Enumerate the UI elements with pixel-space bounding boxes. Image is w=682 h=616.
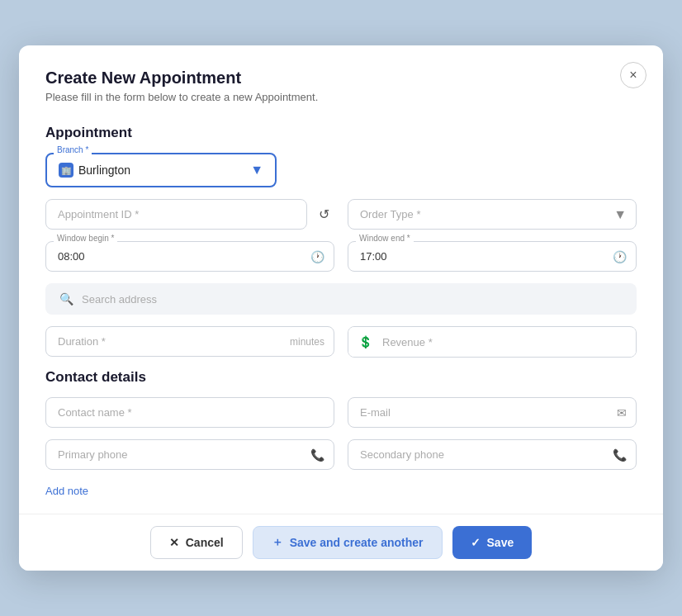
close-button[interactable]: × xyxy=(620,62,646,88)
appointment-id-row: ↺ xyxy=(45,199,334,230)
email-wrapper: ✉ xyxy=(348,397,637,428)
window-begin-input[interactable] xyxy=(45,241,334,272)
revenue-group: 💲 xyxy=(348,326,637,358)
primary-phone-input[interactable] xyxy=(45,439,334,470)
modal-title: Create New Appointment xyxy=(45,69,637,88)
branch-value: Burlington xyxy=(78,163,245,177)
contact-name-email-row: ✉ xyxy=(45,397,637,428)
window-begin-label: Window begin * xyxy=(54,234,117,243)
branch-label: Branch * xyxy=(54,145,92,154)
save-label: Save xyxy=(487,536,514,549)
modal-header: Create New Appointment Please fill in th… xyxy=(19,45,663,110)
search-icon: 🔍 xyxy=(59,292,73,306)
phone-row: 📞 📞 xyxy=(45,439,637,470)
contact-name-group xyxy=(45,397,334,428)
window-end-wrapper: Window end * 🕐 xyxy=(348,241,637,272)
appointment-id-group: ↺ xyxy=(45,199,334,230)
contact-name-wrapper xyxy=(45,397,334,428)
branch-icon: 🏢 xyxy=(59,163,73,178)
id-ordertype-row: ↺ ▼ xyxy=(45,199,637,230)
order-type-input[interactable] xyxy=(348,199,637,230)
appointment-id-input[interactable] xyxy=(45,199,307,230)
primary-phone-wrapper: 📞 xyxy=(45,439,334,470)
duration-revenue-row: minutes 💲 xyxy=(45,326,637,358)
branch-wrapper: Branch * 🏢 Burlington ▼ xyxy=(45,153,277,187)
appointment-section-title: Appointment xyxy=(45,125,637,141)
window-row: Window begin * 🕐 Window end * 🕐 xyxy=(45,241,637,272)
branch-group: Branch * 🏢 Burlington ▼ xyxy=(45,153,277,187)
revenue-input[interactable] xyxy=(382,328,636,357)
duration-group: minutes xyxy=(45,326,334,358)
window-begin-group: Window begin * 🕐 xyxy=(45,241,334,272)
cancel-label: Cancel xyxy=(186,536,224,549)
cancel-button[interactable]: ✕ Cancel xyxy=(150,526,243,559)
revenue-wrapper: 💲 xyxy=(348,326,637,358)
branch-chevron-icon: ▼ xyxy=(250,163,263,178)
modal-footer: ✕ Cancel ＋ Save and create another ✓ Sav… xyxy=(19,514,663,571)
contact-section-title: Contact details xyxy=(45,369,637,386)
save-and-create-another-button[interactable]: ＋ Save and create another xyxy=(253,526,443,559)
refresh-button[interactable]: ↺ xyxy=(314,201,334,227)
modal-subtitle: Please fill in the form below to create … xyxy=(45,91,637,103)
duration-wrapper: minutes xyxy=(45,326,334,357)
branch-select[interactable]: 🏢 Burlington ▼ xyxy=(45,153,277,187)
window-end-group: Window end * 🕐 xyxy=(348,241,637,272)
email-input[interactable] xyxy=(348,397,637,428)
contact-section: Contact details ✉ xyxy=(45,369,637,500)
contact-name-input[interactable] xyxy=(45,397,334,428)
primary-phone-group: 📞 xyxy=(45,439,334,470)
secondary-phone-wrapper: 📞 xyxy=(348,439,637,470)
plus-icon: ＋ xyxy=(272,535,283,550)
window-end-input[interactable] xyxy=(348,241,637,272)
save-button[interactable]: ✓ Save xyxy=(452,526,533,559)
search-address-wrapper: 🔍 xyxy=(45,283,637,315)
order-type-wrapper: ▼ xyxy=(348,199,637,230)
secondary-phone-input[interactable] xyxy=(348,439,637,470)
check-icon: ✓ xyxy=(471,536,481,549)
cancel-icon: ✕ xyxy=(169,536,179,549)
create-appointment-modal: × Create New Appointment Please fill in … xyxy=(19,45,663,571)
secondary-phone-group: 📞 xyxy=(348,439,637,470)
window-begin-wrapper: Window begin * 🕐 xyxy=(45,241,334,272)
window-end-label: Window end * xyxy=(356,234,414,243)
refresh-icon: ↺ xyxy=(319,206,329,222)
search-address-input[interactable] xyxy=(82,293,623,306)
revenue-icon: 💲 xyxy=(348,327,382,357)
branch-row: Branch * 🏢 Burlington ▼ xyxy=(45,153,637,187)
duration-input[interactable] xyxy=(45,326,334,357)
add-note-button[interactable]: Add note xyxy=(45,481,88,500)
email-group: ✉ xyxy=(348,397,637,428)
modal-body: Appointment Branch * 🏢 Burlington ▼ xyxy=(19,110,663,514)
close-icon: × xyxy=(629,68,637,83)
order-type-group: ▼ xyxy=(348,199,637,230)
save-another-label: Save and create another xyxy=(290,536,424,549)
